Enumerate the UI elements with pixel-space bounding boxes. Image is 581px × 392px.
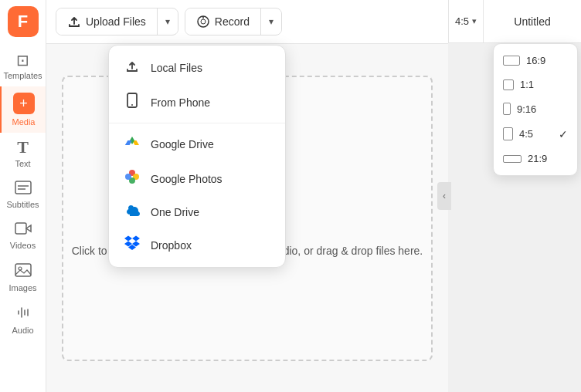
- sidebar-item-label: Text: [15, 159, 30, 168]
- dropbox-label: Dropbox: [151, 239, 192, 252]
- svg-rect-0: [15, 181, 31, 194]
- aspect-ratio-button[interactable]: 4:5 ▾: [449, 0, 484, 42]
- google-photos-icon: [123, 169, 141, 188]
- sidebar-item-media[interactable]: + Media: [0, 86, 46, 133]
- sidebar-item-text[interactable]: T Text: [0, 133, 46, 174]
- record-icon: [196, 15, 210, 29]
- svg-marker-16: [124, 236, 132, 247]
- aspect-label-16-9: 16:9: [526, 55, 545, 66]
- sidebar: F ⊡ Templates + Media T Text Subtitles V: [0, 0, 46, 392]
- record-label: Record: [215, 15, 250, 28]
- upload-button-group[interactable]: Upload Files ▾: [56, 8, 178, 35]
- dropbox-option[interactable]: Dropbox: [109, 228, 285, 262]
- google-drive-icon: [123, 134, 141, 154]
- svg-rect-3: [15, 223, 26, 234]
- videos-icon: [15, 221, 32, 238]
- sidebar-item-label: Videos: [10, 241, 36, 250]
- phone-icon: [123, 93, 141, 112]
- aspect-ratio-dropdown: 16:9 1:1 9:16 4:5 ✓ 21:9: [493, 43, 578, 176]
- local-files-icon: [123, 58, 141, 77]
- ratio-icon-9-16: [503, 103, 511, 115]
- text-icon: T: [17, 139, 29, 156]
- upload-icon: [67, 15, 81, 29]
- main-area: Upload Files ▾ Record ▾: [46, 0, 448, 392]
- google-photos-label: Google Photos: [151, 173, 223, 185]
- record-caret-button[interactable]: ▾: [261, 10, 281, 33]
- record-main-button[interactable]: Record: [185, 8, 261, 35]
- sidebar-item-label: Audio: [12, 326, 33, 335]
- one-drive-icon: [123, 204, 141, 220]
- svg-marker-17: [132, 236, 140, 247]
- sidebar-item-subtitles[interactable]: Subtitles: [0, 174, 46, 215]
- app-logo[interactable]: F: [8, 6, 39, 37]
- aspect-label-9-16: 9:16: [517, 103, 536, 115]
- ratio-icon-21-9: [503, 155, 522, 163]
- aspect-option-21-9[interactable]: 21:9: [494, 147, 577, 171]
- svg-marker-4: [26, 225, 31, 231]
- audio-icon: [15, 305, 31, 323]
- divider-1: [109, 123, 285, 123]
- record-button-group[interactable]: Record ▾: [185, 8, 282, 35]
- aspect-option-4-5[interactable]: 4:5 ✓: [494, 121, 577, 147]
- aspect-option-16-9[interactable]: 16:9: [494, 49, 577, 73]
- ratio-icon-4-5: [503, 127, 513, 140]
- dropbox-icon: [123, 235, 141, 255]
- aspect-label-21-9: 21:9: [528, 153, 547, 164]
- header-bar: 4:5 ▾ Untitled: [448, 0, 581, 43]
- document-title[interactable]: Untitled: [484, 15, 581, 28]
- aspect-ratio-label: 4:5: [455, 15, 469, 27]
- aspect-dropdown-chevron: ▾: [472, 16, 477, 26]
- svg-point-8: [201, 19, 206, 24]
- toolbar: Upload Files ▾ Record ▾: [46, 0, 448, 44]
- google-photos-option[interactable]: Google Photos: [109, 161, 285, 196]
- right-panel: 4:5 ▾ Untitled 16:9 1:1 9:16: [448, 0, 581, 392]
- local-files-label: Local Files: [151, 62, 202, 74]
- sidebar-item-videos[interactable]: Videos: [0, 215, 46, 256]
- collapse-panel-button[interactable]: ‹: [437, 182, 451, 210]
- aspect-label-4-5: 4:5: [519, 128, 533, 140]
- sidebar-item-label: Media: [12, 117, 36, 127]
- media-add-icon: +: [13, 93, 35, 114]
- one-drive-option[interactable]: One Drive: [109, 196, 285, 228]
- upload-label: Upload Files: [86, 15, 146, 28]
- sidebar-item-label: Images: [8, 283, 36, 292]
- sidebar-item-label: Templates: [3, 71, 42, 80]
- sidebar-item-templates[interactable]: ⊡ Templates: [0, 46, 46, 86]
- templates-icon: ⊡: [16, 52, 29, 68]
- aspect-label-1-1: 1:1: [520, 79, 534, 90]
- svg-point-11: [131, 104, 133, 106]
- upload-caret-button[interactable]: ▾: [158, 10, 178, 33]
- sidebar-item-audio[interactable]: Audio: [0, 299, 46, 341]
- images-icon: [15, 262, 32, 280]
- ratio-icon-1-1: [503, 79, 514, 90]
- svg-point-15: [125, 174, 131, 180]
- sidebar-item-images[interactable]: Images: [0, 256, 46, 299]
- google-drive-option[interactable]: Google Drive: [109, 127, 285, 161]
- subtitles-icon: [15, 181, 32, 197]
- sidebar-item-label: Subtitles: [6, 200, 39, 209]
- one-drive-label: One Drive: [151, 206, 199, 218]
- ratio-icon-16-9: [503, 56, 520, 66]
- selected-checkmark: ✓: [559, 128, 568, 140]
- upload-dropdown: Local Files From Phone Google: [108, 45, 286, 268]
- from-phone-option[interactable]: From Phone: [109, 85, 285, 120]
- upload-main-button[interactable]: Upload Files: [56, 8, 158, 35]
- local-files-option[interactable]: Local Files: [109, 50, 285, 85]
- aspect-option-1-1[interactable]: 1:1: [494, 73, 577, 96]
- from-phone-label: From Phone: [151, 96, 210, 109]
- google-drive-label: Google Drive: [151, 138, 214, 150]
- aspect-option-9-16[interactable]: 9:16: [494, 96, 577, 121]
- svg-rect-5: [15, 264, 31, 276]
